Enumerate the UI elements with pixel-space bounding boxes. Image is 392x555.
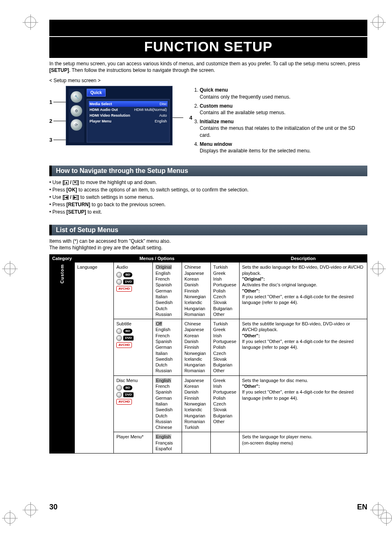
osd-sidebar: 🔧 ⚙ ⟳ <box>69 89 84 143</box>
callout-3: 3 <box>49 137 52 143</box>
options-col: Chinese Japanese Korean Danish Finnish N… <box>182 319 210 376</box>
registration-mark <box>372 16 384 28</box>
dvd-video-icon: DVD <box>116 335 150 341</box>
registration-mark <box>4 263 16 274</box>
left-arrow-icon: ◀ <box>64 195 69 200</box>
category-custom: Custom <box>50 263 75 454</box>
registration-mark <box>380 512 392 524</box>
callout-2: 2 <box>49 118 52 124</box>
callout-1: 1 <box>49 99 52 105</box>
description-cell: Sets the subtitle language for BD-video,… <box>240 319 367 376</box>
setup-screen-diagram: 1 2 3 🔧 ⚙ ⟳ Quick Media SelectDisc HDMI … <box>49 86 185 145</box>
options-col: OriginalEnglish French Spanish German It… <box>153 263 182 319</box>
subcategory-language: Language <box>74 263 113 454</box>
intro-paragraph: In the setup menu screen, you can access… <box>49 60 367 74</box>
osd-panel: Media SelectDisc HDMI Audio OutHDMI Mult… <box>87 99 170 143</box>
registration-mark <box>4 512 16 524</box>
wrench-icon: 🔧 <box>71 91 82 103</box>
sliders-icon: ⚙ <box>71 105 82 117</box>
up-arrow-icon: ▲ <box>64 180 69 185</box>
navigate-instructions: Use [▲ / ▼] to move the highlight up and… <box>49 179 367 216</box>
osd-row: HDMI Video ResolutionAuto <box>89 113 168 118</box>
menu-audio: Audio BD DVD AVCHD <box>114 263 153 319</box>
section-heading-navigate: How to Navigate through the Setup Menus <box>49 166 367 176</box>
table-row: Custom Language Audio BD DVD AVCHD Origi… <box>50 263 367 319</box>
osd-row: Media SelectDisc <box>89 101 168 107</box>
diagram-caption: < Setup menu screen > <box>49 78 367 83</box>
callout-4: 4 <box>189 115 192 121</box>
options-col: Turkish Greek Irish Portuguese Polish Cz… <box>210 319 239 376</box>
diagram-legend: Quick menuContains only the frequently u… <box>192 86 367 157</box>
intro-text-a: In the setup menu screen, you can access… <box>49 61 360 67</box>
menu-player-menu: Player Menu* <box>114 432 153 454</box>
language-code: EN <box>357 503 367 511</box>
options-col <box>182 432 210 454</box>
list-intro: Items with (*) can be accessed from "Qui… <box>49 238 367 251</box>
intro-text-c: . Then follow the instructions below to … <box>69 67 215 73</box>
avchd-icon: AVCHD <box>116 399 150 405</box>
osd-row: Player MenuEnglish <box>89 118 168 124</box>
menu-subtitle: Subtitle BD DVD AVCHD <box>114 319 153 376</box>
description-cell: Sets the language for player menu. (on-s… <box>240 432 367 454</box>
legend-item-4: Menu windowDisplays the available items … <box>200 141 367 154</box>
page-title: FUNCTION SETUP <box>49 37 367 58</box>
options-col: Greek Irish Portuguese Polish Czech Slov… <box>210 375 239 432</box>
dvd-video-icon: DVD <box>116 392 150 398</box>
dvd-video-icon: DVD <box>116 279 150 285</box>
avchd-icon: AVCHD <box>116 286 150 292</box>
top-black-bar <box>49 20 367 36</box>
bd-video-icon: BD <box>116 328 150 334</box>
registration-mark <box>372 263 384 274</box>
options-col: Japanese Korean Danish Finnish Norwegian… <box>182 375 210 432</box>
legend-item-3: Initialize menuContains the menus that r… <box>200 118 367 138</box>
description-cell: Sets the audio language for BD-video, DV… <box>240 263 367 319</box>
legend-item-2: Custom menuContains all the available se… <box>200 103 367 116</box>
options-col <box>210 432 239 454</box>
page-number: 30 <box>49 503 58 511</box>
th-category: Category <box>50 255 75 263</box>
down-arrow-icon: ▼ <box>73 180 77 185</box>
osd-tab-quick: Quick <box>87 89 106 97</box>
setup-menus-table: Category Menus / Options Description Cus… <box>49 254 367 454</box>
section-heading-list: List of Setup Menus <box>49 225 367 235</box>
right-arrow-icon: ▶ <box>73 195 77 200</box>
initialize-icon: ⟳ <box>71 119 82 131</box>
intro-text-bold: [SETUP] <box>49 67 69 73</box>
legend-item-1: Quick menuContains only the frequently u… <box>200 87 367 100</box>
menu-disc-menu: Disc Menu BD DVD AVCHD <box>114 375 153 432</box>
options-col: EnglishFrançais Español <box>153 432 182 454</box>
th-description: Description <box>240 255 367 263</box>
description-cell: Sets the language for disc menu. "Other"… <box>240 375 367 432</box>
bd-video-icon: BD <box>116 385 150 391</box>
options-col: Turkish Greek Irish Portuguese Polish Cz… <box>210 263 239 319</box>
osd-row: HDMI Audio OutHDMI Multi(Normal) <box>89 107 168 113</box>
registration-mark <box>25 504 36 516</box>
osd-mockup: 🔧 ⚙ ⟳ Quick Media SelectDisc HDMI Audio … <box>66 86 173 145</box>
options-col: EnglishFrench Spanish German Italian Swe… <box>153 375 182 432</box>
registration-mark <box>25 16 36 28</box>
bd-video-icon: BD <box>116 272 150 278</box>
avchd-icon: AVCHD <box>116 342 150 348</box>
options-col: OffEnglish French Spanish German Italian… <box>153 319 182 376</box>
options-col: Chinese Japanese Korean Danish Finnish N… <box>182 263 210 319</box>
th-menus: Menus / Options <box>74 255 239 263</box>
